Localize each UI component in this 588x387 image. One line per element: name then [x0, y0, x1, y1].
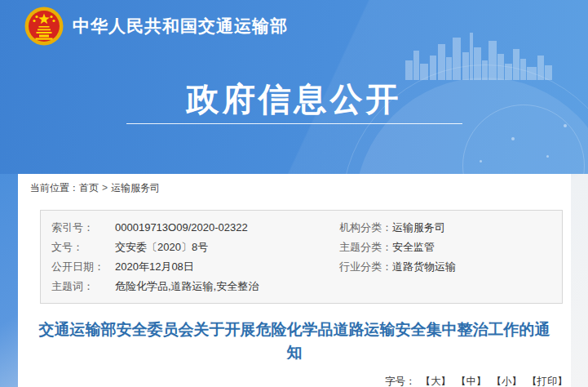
meta-value-industry-category: 道路货物运输 [392, 257, 562, 277]
font-size-controls: 字号：【大】【中】【小】【打印】 [18, 375, 568, 387]
city-skyline-icon [405, 33, 552, 80]
breadcrumb-separator: > [102, 182, 108, 194]
table-row: 主题词： 危险化学品,道路运输,安全整治 [41, 277, 562, 296]
font-size-medium-button[interactable]: 【中】 [456, 376, 487, 387]
table-row: 文号： 交安委〔2020〕8号 主题分类： 安全监管 [41, 238, 562, 257]
meta-label-keywords: 主题词： [51, 277, 115, 296]
network-dot-decoration [564, 124, 567, 127]
table-row: 公开日期： 2020年12月08日 行业分类： 道路货物运输 [41, 257, 562, 277]
national-emblem-icon [24, 7, 64, 46]
site-name: 中华人民共和国交通运输部 [73, 15, 288, 38]
site-header: 中华人民共和国交通运输部 [24, 7, 288, 46]
document-title: 交通运输部安全委员会关于开展危险化学品道路运输安全集中整治工作的通知 [34, 318, 555, 364]
banner: 中华人民共和国交通运输部 政府信息公开 [0, 0, 588, 174]
network-dot-decoration [511, 137, 515, 140]
title-underline [126, 123, 462, 124]
breadcrumb-home-link[interactable]: 首页 [79, 182, 99, 194]
meta-value-publish-date: 2020年12月08日 [115, 257, 339, 277]
meta-value-topic-category: 安全监管 [392, 238, 562, 257]
page-title: 政府信息公开 [0, 77, 588, 122]
content-panel: 当前位置：首页>运输服务司 索引号： 000019713O09/2020-023… [18, 174, 571, 387]
meta-label-topic-category: 主题分类： [339, 238, 392, 257]
meta-value-org-category: 运输服务司 [392, 218, 562, 238]
font-size-small-button[interactable]: 【小】 [492, 376, 523, 387]
table-row: 索引号： 000019713O09/2020-02322 机构分类： 运输服务司 [41, 218, 562, 238]
font-size-large-button[interactable]: 【大】 [421, 376, 452, 387]
breadcrumb-label: 当前位置： [30, 182, 79, 194]
breadcrumb-section-link[interactable]: 运输服务司 [111, 182, 160, 194]
network-dot-decoration [480, 160, 482, 162]
meta-value-empty [392, 277, 562, 296]
meta-label-empty [339, 277, 392, 296]
meta-label-index-number: 索引号： [51, 218, 115, 238]
breadcrumb: 当前位置：首页>运输服务司 [18, 174, 571, 203]
meta-value-doc-number: 交安委〔2020〕8号 [115, 238, 339, 257]
meta-label-org-category: 机构分类： [339, 218, 392, 238]
document-meta-table: 索引号： 000019713O09/2020-02322 机构分类： 运输服务司… [40, 210, 563, 304]
network-dot-decoration [546, 155, 549, 158]
font-size-label: 字号： [385, 376, 416, 387]
meta-value-keywords: 危险化学品,道路运输,安全整治 [115, 277, 339, 296]
meta-label-publish-date: 公开日期： [51, 257, 115, 277]
print-button[interactable]: 【打印】 [527, 376, 568, 387]
meta-label-industry-category: 行业分类： [339, 257, 392, 277]
meta-value-index-number: 000019713O09/2020-02322 [115, 218, 339, 238]
meta-label-doc-number: 文号： [51, 238, 115, 257]
